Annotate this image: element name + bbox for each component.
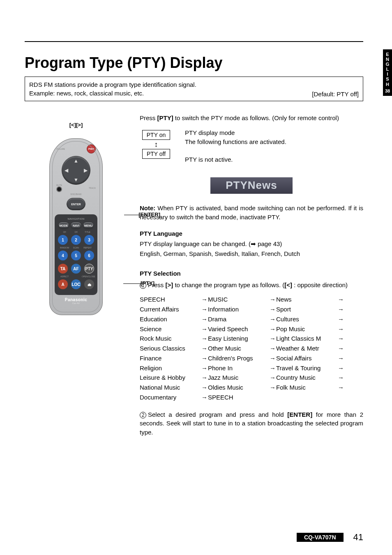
pty-type-cell: Sport xyxy=(276,305,338,314)
ta-button[interactable]: TA xyxy=(58,264,68,274)
arrow-right-icon: → xyxy=(270,295,276,304)
loc-button[interactable]: LOC xyxy=(71,279,81,289)
arrow-right-icon: → xyxy=(201,325,208,334)
page-title: Program Type (PTY) Display xyxy=(25,54,363,72)
pty-type-cell: Other Music xyxy=(208,344,270,353)
arrow-right-icon: → xyxy=(338,315,344,324)
pty-on-box: PTY on xyxy=(142,130,170,140)
pty-type-cell: Rock Music xyxy=(140,334,201,343)
preset-5-button[interactable]: 5 xyxy=(71,251,81,260)
arrow-right-icon: → xyxy=(338,305,344,314)
note-paragraph: Note: When PTY is activated, band mode s… xyxy=(140,204,363,222)
arrow-right-icon: → xyxy=(338,325,344,334)
label-track: TRACK xyxy=(89,187,96,189)
pty-type-cell: Drama xyxy=(208,315,270,324)
arrow-right-icon: ➡ xyxy=(251,240,256,247)
pty-type-cell: National Music xyxy=(140,383,201,392)
pty-type-cell: Varied Speech xyxy=(208,325,270,334)
arrow-right-icon: → xyxy=(201,364,208,373)
track-dpad[interactable]: ▲ ▼ ◀ ▶ xyxy=(62,156,90,185)
leader-pty xyxy=(123,283,145,284)
arrow-right-icon: → xyxy=(270,334,276,343)
arrow-right-icon: → xyxy=(270,325,276,334)
intro-default: [Default: PTY off] xyxy=(312,91,359,98)
arrow-right-icon: → xyxy=(201,305,208,314)
menu-button[interactable]: MENU xyxy=(83,222,94,229)
pty-news-display: PTYNews xyxy=(210,177,293,194)
preset-1-button[interactable]: 1 xyxy=(58,235,68,245)
brand-label: Panasonic xyxy=(50,297,102,302)
arrow-right-icon: → xyxy=(338,295,344,304)
preset-2-button[interactable]: 2 xyxy=(71,235,81,245)
pty-type-cell: Pop Music xyxy=(276,325,338,334)
pty-type-cell: Weather & Metr xyxy=(276,344,338,353)
arrow-right-icon: → xyxy=(270,315,276,324)
dpad-right-icon: ▶ xyxy=(84,167,88,173)
arrow-right-icon: → xyxy=(201,334,208,343)
af-button[interactable]: AF xyxy=(71,264,81,274)
arrow-right-icon: → xyxy=(201,344,208,353)
brand-sublabel: Car AV xyxy=(50,302,102,304)
pty-type-cell xyxy=(276,393,338,402)
pty-on-row: PTY on ↕ PTY off PTY display mode The fo… xyxy=(140,128,363,164)
arrow-right-icon: → xyxy=(338,383,344,392)
pty-type-cell: Education xyxy=(140,315,201,324)
pty-language-heading: PTY Language xyxy=(140,229,363,238)
a-button[interactable]: A xyxy=(58,279,68,289)
arrow-right-icon: → xyxy=(270,354,276,363)
arrow-right-icon: → xyxy=(201,315,208,324)
pty-type-cell: Serious Classics xyxy=(140,344,201,353)
label-track-buttons: [<][>] xyxy=(69,122,83,128)
pty-type-cell: MUSIC xyxy=(208,295,270,304)
dpad-up-icon: ▲ xyxy=(74,158,78,164)
label-navigation: NAVIGATION xyxy=(58,218,94,220)
model-number: CQ-VA707N xyxy=(297,533,344,542)
preset-3-button[interactable]: 3 xyxy=(84,235,94,245)
page-number: 41 xyxy=(353,532,363,543)
label-disc-band: DISC/BAND xyxy=(50,193,102,195)
side-language-tab: ENGLISH 38 xyxy=(383,49,392,96)
arrow-right-icon: → xyxy=(338,344,344,353)
pty-type-cell: Folk Music xyxy=(276,383,338,392)
preset-6-button[interactable]: 6 xyxy=(84,251,94,260)
enter-button[interactable]: ENTER xyxy=(67,198,85,210)
navi-button[interactable]: NAVI xyxy=(70,222,82,229)
arrow-right-icon: → xyxy=(338,354,344,363)
arrow-right-icon: → xyxy=(270,383,276,392)
intro-box: RDS FM stations provide a program type i… xyxy=(25,77,363,101)
pty-off-desc: PTY is not active. xyxy=(185,155,286,164)
preset-4-button[interactable]: 4 xyxy=(58,251,68,260)
pty-type-cell: Children's Progs xyxy=(208,354,270,363)
power-button[interactable]: PWR xyxy=(87,144,96,153)
pty-on-desc2: The following functions are activated. xyxy=(185,137,286,146)
pty-selection-step1: 1Press [>] to change the program type as… xyxy=(140,281,363,290)
updown-arrow-icon: ↕ xyxy=(154,141,158,148)
pty-selection-heading: PTY Selection xyxy=(140,269,363,278)
intro-line2: Example: news, rock, classical music, et… xyxy=(29,89,196,98)
dpad-left-icon: ◀ xyxy=(65,167,68,173)
navigation-panel: NAVIGATION MODE NAVI MENU CHCHTITLE 1 2 … xyxy=(55,214,97,295)
arrow-right-icon: → xyxy=(338,364,344,373)
mode-button[interactable]: MODE xyxy=(58,222,69,229)
top-rule xyxy=(25,41,363,42)
mute-button[interactable] xyxy=(56,186,62,192)
pty-off-box: PTY off xyxy=(142,149,170,159)
arrow-right-icon xyxy=(270,393,276,402)
intro-line1: RDS FM stations provide a program type i… xyxy=(29,80,196,89)
pty-type-cell: Social Affairs xyxy=(276,354,338,363)
pty-type-cell: Light Classics M xyxy=(276,334,338,343)
remote-illustration: [<][>] [ENTER] [PTY] VOLUME PWR ▲ ▼ ◀ ▶ xyxy=(25,138,127,315)
arrow-right-icon: → xyxy=(338,334,344,343)
pty-type-table: SPEECH→MUSIC→News→Current Affairs→Inform… xyxy=(140,295,363,402)
pty-type-cell: Cultures xyxy=(276,315,338,324)
pty-button[interactable]: PTY xyxy=(84,264,94,274)
pty-type-cell: Information xyxy=(208,305,270,314)
pty-type-cell: Easy Listening xyxy=(208,334,270,343)
pty-type-cell: Country Music xyxy=(276,373,338,382)
eject-button[interactable]: ⏏ xyxy=(84,279,94,289)
pty-type-cell: News xyxy=(276,295,338,304)
leader-enter xyxy=(124,215,151,215)
arrow-right-icon: → xyxy=(201,354,208,363)
arrow-right-icon xyxy=(338,393,344,402)
step-2-icon: 2 xyxy=(140,412,146,418)
